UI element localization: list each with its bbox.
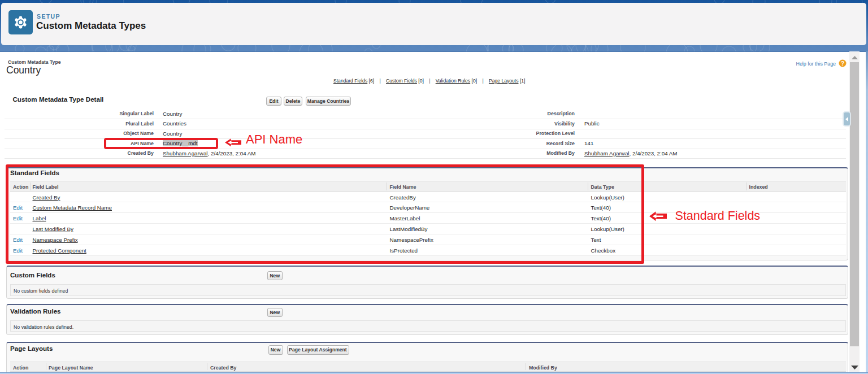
svg-text:?: ? — [841, 60, 844, 66]
